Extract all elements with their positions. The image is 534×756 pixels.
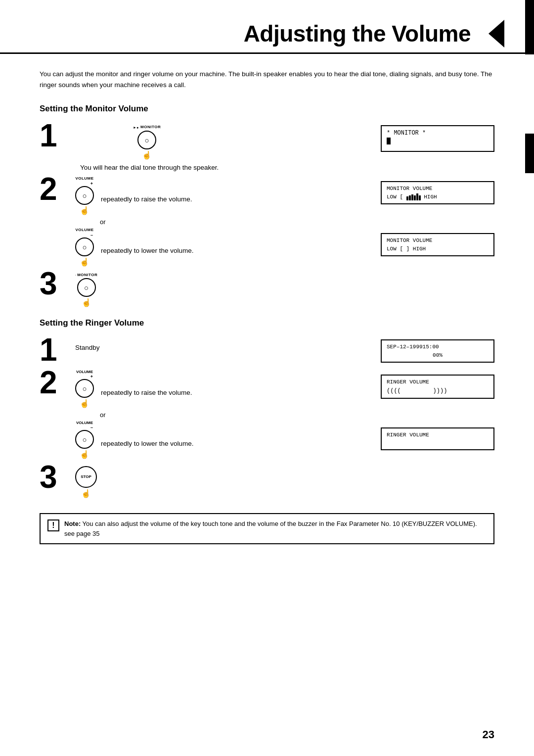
ringer-volume-up-key[interactable]: ○ bbox=[75, 379, 94, 398]
ringer-step-1-desc: Standby bbox=[75, 337, 100, 351]
ringer-lcd-up-line2: (((( )))) bbox=[387, 386, 489, 395]
monitor-step-1-right: * MONITOR * bbox=[381, 123, 494, 171]
ringer-step-2-left: 2 VOLUME + ○ ☝ bbox=[40, 370, 381, 459]
note-label: Note: bbox=[64, 520, 81, 527]
ringer-lcd-vol-up: RINGER VOLUME (((( )))) bbox=[381, 375, 494, 399]
ringer-lcd-1: SEP–12–199915:00 00% bbox=[381, 339, 494, 363]
step-1-number: 1 bbox=[40, 120, 75, 151]
ringer-lcd-vol-down: RINGER VOLUME bbox=[381, 427, 494, 451]
ringer-step-3-right bbox=[381, 464, 494, 498]
vol-up-desc: repeatedly to raise the volume. bbox=[101, 195, 192, 203]
ringer-lcd-line1: SEP–12–199915:00 bbox=[387, 343, 489, 351]
hand-icon-stop: ☝ bbox=[81, 489, 91, 498]
lcd-cursor bbox=[387, 138, 391, 144]
ringer-step-3: 3 STOP ☝ bbox=[40, 464, 494, 498]
intro-text: You can adjust the monitor and ringer vo… bbox=[40, 69, 494, 90]
monitor-step-3-left: 3 ◦ MONITOR ○ ☝ bbox=[40, 271, 381, 307]
volume-up-key[interactable]: ○ bbox=[75, 186, 94, 205]
ringer-lcd-line2: 00% bbox=[387, 351, 489, 360]
ringer-lcd-down-line1: RINGER VOLUME bbox=[387, 431, 489, 439]
hand-icon-vol-up: ☝ bbox=[80, 206, 89, 215]
ringer-vol-up-desc: repeatedly to raise the volume. bbox=[101, 389, 192, 396]
title-accent-bar bbox=[525, 0, 534, 54]
monitor-key-label-1: MONITOR bbox=[140, 125, 161, 129]
monitor-lcd-1: * MONITOR * bbox=[381, 125, 494, 152]
ringer-step-1-right: SEP–12–199915:00 00% bbox=[381, 337, 494, 366]
monitor-step-1: 1 ►● MONITOR ○ ☝ You will hear the dial … bbox=[40, 123, 494, 171]
hand-icon-ringer-down: ☝ bbox=[80, 450, 89, 459]
step-3-number: 3 bbox=[40, 268, 75, 299]
or-text-1: or bbox=[100, 218, 194, 226]
vol-down-desc: repeatedly to lower the volume. bbox=[101, 247, 194, 254]
ringer-volume-down-key[interactable]: ○ bbox=[75, 430, 94, 449]
hand-icon-1: ☝ bbox=[142, 150, 152, 160]
step-2-number: 2 bbox=[40, 173, 75, 205]
monitor-lcd-vol-down-line2: LOW [ ] HIGH bbox=[387, 245, 489, 253]
volume-up-label: VOLUME bbox=[75, 176, 93, 181]
ringer-step-3-left: 3 STOP ☝ bbox=[40, 464, 381, 498]
monitor-lcd-vol-up-line1: MONITOR VOLUME bbox=[387, 185, 489, 193]
hand-icon-vol-down: ☝ bbox=[80, 257, 89, 267]
monitor-section: Setting the Monitor Volume 1 ►● MONITOR … bbox=[40, 104, 494, 307]
note-icon: ! bbox=[47, 520, 59, 531]
monitor-lcd-vol-up-line2: LOW [ HIGH bbox=[387, 193, 489, 201]
monitor-lcd-vol-down-line1: MONITOR VOLUME bbox=[387, 236, 489, 245]
monitor-step-2-right: MONITOR VOLUME LOW [ HIGH bbox=[381, 176, 494, 267]
monitor-step-2: 2 VOLUME + ○ bbox=[40, 176, 494, 267]
monitor-step-1-desc: You will hear the dial tone through the … bbox=[80, 164, 219, 171]
title-bar: Adjusting the Volume bbox=[0, 0, 534, 54]
monitor-key-icon-1[interactable]: ○ bbox=[137, 131, 156, 149]
ringer-heading: Setting the Ringer Volume bbox=[40, 318, 494, 328]
ringer-vol-up-label: VOLUME bbox=[76, 370, 93, 374]
ringer-step-2-right: RINGER VOLUME (((( )))) RINGER VOLUME bbox=[381, 370, 494, 459]
ringer-step-1-number: 1 bbox=[40, 334, 75, 366]
monitor-heading: Setting the Monitor Volume bbox=[40, 104, 494, 114]
volume-down-label: VOLUME bbox=[75, 228, 93, 232]
page-title: Adjusting the Volume bbox=[244, 20, 471, 47]
page: Adjusting the Volume You can adjust the … bbox=[0, 0, 534, 756]
note-box: ! Note: You can also adjust the volume o… bbox=[40, 513, 494, 544]
stop-key-label: STOP bbox=[81, 474, 91, 479]
ringer-vol-down-desc: repeatedly to lower the volume. bbox=[101, 440, 194, 447]
ringer-step-1-left: 1 Standby bbox=[40, 337, 381, 366]
stop-key-icon[interactable]: STOP bbox=[75, 466, 97, 488]
ringer-step-3-number: 3 bbox=[40, 461, 75, 493]
monitor-step-2-left: 2 VOLUME + ○ bbox=[40, 176, 381, 267]
ringer-lcd-up-line1: RINGER VOLUME bbox=[387, 378, 489, 386]
page-number: 23 bbox=[483, 728, 494, 741]
right-side-bar bbox=[525, 134, 534, 173]
hand-icon-3: ☝ bbox=[82, 298, 91, 307]
monitor-lcd-vol-down: MONITOR VOLUME LOW [ ] HIGH bbox=[381, 233, 494, 256]
title-triangle-icon bbox=[489, 20, 504, 47]
ringer-lcd-down-line2 bbox=[387, 439, 489, 447]
monitor-lcd-vol-up: MONITOR VOLUME LOW [ HIGH bbox=[381, 181, 494, 204]
main-content: You can adjust the monitor and ringer vo… bbox=[0, 54, 534, 559]
ringer-step-1: 1 Standby SEP–12–199915:00 00% bbox=[40, 337, 494, 366]
note-text: Note: You can also adjust the volume of … bbox=[64, 519, 487, 538]
ringer-section: Setting the Ringer Volume 1 Standby SEP–… bbox=[40, 318, 494, 498]
or-text-2: or bbox=[100, 411, 194, 419]
monitor-step-1-left: 1 ►● MONITOR ○ ☝ You will hear the dial … bbox=[40, 123, 381, 171]
volume-down-key[interactable]: ○ bbox=[75, 237, 94, 256]
ringer-step-2: 2 VOLUME + ○ ☝ bbox=[40, 370, 494, 459]
monitor-key-icon-3[interactable]: ○ bbox=[77, 278, 96, 297]
monitor-key-label-3: MONITOR bbox=[77, 273, 97, 277]
monitor-step-3: 3 ◦ MONITOR ○ ☝ bbox=[40, 271, 494, 307]
ringer-step-2-number: 2 bbox=[40, 367, 75, 398]
ringer-vol-down-label: VOLUME bbox=[76, 421, 93, 425]
note-body: You can also adjust the volume of the ke… bbox=[64, 520, 477, 537]
monitor-step-3-right bbox=[381, 271, 494, 307]
hand-icon-ringer-up: ☝ bbox=[80, 399, 89, 408]
